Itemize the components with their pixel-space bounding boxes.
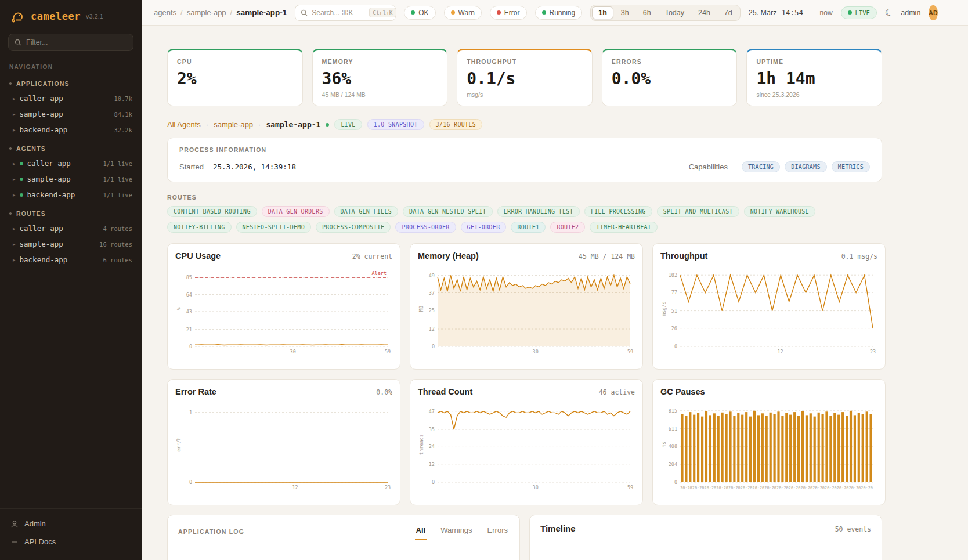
- global-search: Ctrl+K: [295, 5, 396, 21]
- capability-tracing: TRACING: [742, 161, 780, 172]
- sidebar-item-admin[interactable]: Admin: [0, 515, 142, 533]
- route-chip[interactable]: DATA-GEN-ORDERS: [262, 206, 330, 217]
- search-icon: [301, 9, 308, 16]
- sidebar-routes-backend-app[interactable]: ▸ backend-app 6 routes: [0, 252, 142, 268]
- route-chip[interactable]: PROCESS-ORDER: [395, 222, 456, 233]
- tab-all[interactable]: All: [415, 523, 427, 540]
- logo[interactable]: cameleer v3.2.1: [0, 0, 142, 29]
- sidebar-item-api-docs[interactable]: API Docs: [0, 533, 142, 551]
- process-info-title: PROCESS INFORMATION: [179, 146, 870, 153]
- chevron-right-icon: ▸: [13, 176, 16, 182]
- svg-text:12: 12: [292, 485, 298, 490]
- sidebar-routes-caller-app[interactable]: ▸ caller-app 4 routes: [0, 221, 142, 236]
- gc-pauses-card: GC Pauses 0204408611815ms20:2020:2020:20…: [652, 379, 886, 505]
- route-chip[interactable]: DATA-GEN-NESTED-SPLIT: [403, 206, 493, 217]
- range-today[interactable]: Today: [659, 6, 691, 19]
- range-1h[interactable]: 1h: [592, 6, 613, 19]
- stat-label: ERRORS: [612, 58, 728, 65]
- process-info-card: PROCESS INFORMATION Started 25.3.2026, 1…: [167, 138, 882, 182]
- chart-stat: 0.0%: [376, 388, 392, 396]
- live-label: LIVE: [855, 9, 870, 16]
- time-separator: —: [808, 9, 815, 17]
- breadcrumb-agents[interactable]: agents: [154, 8, 176, 17]
- svg-text:30: 30: [533, 349, 539, 355]
- sidebar-app-sample-app[interactable]: ▸ sample-app 84.1k: [0, 106, 142, 122]
- route-chip[interactable]: GET-ORDER: [461, 222, 507, 233]
- route-chip[interactable]: NOTIFY-WAREHOUSE: [744, 206, 815, 217]
- stat-cards-row: CPU 2% MEMORY 36% 45 MB / 124 MB THROUGH…: [167, 49, 882, 106]
- live-dot-icon: [326, 123, 329, 127]
- svg-text:20:2020:2020:2020:2020:2020:20: 20:2020:2020:2020:2020:2020:2020:2020:20…: [680, 486, 873, 490]
- timeline-event-count: 50 events: [835, 525, 871, 533]
- user-name: admin: [901, 9, 920, 17]
- route-chip[interactable]: TIMER-HEARTBEAT: [590, 222, 658, 233]
- live-dot-icon: [20, 178, 23, 181]
- live-dot-icon: [848, 10, 852, 15]
- route-chip[interactable]: SPLIT-AND-MULTICAST: [657, 206, 739, 217]
- avatar[interactable]: AD: [929, 5, 937, 20]
- filter-chip-ok[interactable]: OK: [404, 6, 435, 20]
- chevron-right-icon: ▸: [13, 226, 16, 232]
- gc-pauses-chart: 0204408611815ms20:2020:2020:2020:2020:20…: [660, 400, 877, 492]
- route-chip[interactable]: ROUTE1: [511, 222, 546, 233]
- svg-text:23: 23: [385, 485, 391, 490]
- route-chip[interactable]: ERROR-HANDLING-TEST: [497, 206, 580, 217]
- cpu-usage-chart: 021436485%3059Alert: [175, 264, 392, 356]
- live-dot-icon: [20, 193, 23, 197]
- filter-chip-error[interactable]: Error: [490, 6, 527, 20]
- sidebar-section-applications[interactable]: APPLICATIONS: [0, 73, 142, 91]
- sample-app-link[interactable]: sample-app: [214, 120, 253, 129]
- sidebar-section-routes[interactable]: ROUTES: [0, 203, 142, 221]
- sidebar-agent-caller-app[interactable]: ▸ caller-app 1/1 live: [0, 156, 142, 171]
- sidebar-agent-backend-app[interactable]: ▸ backend-app 1/1 live: [0, 187, 142, 203]
- filter-chip-warn[interactable]: Warn: [444, 6, 482, 20]
- stat-sub: msg/s: [467, 91, 583, 98]
- svg-text:51: 51: [671, 308, 677, 314]
- time-display: 25. März 14:54 — now: [749, 8, 833, 17]
- route-chip[interactable]: ROUTE2: [550, 222, 585, 233]
- sidebar-item-label: backend-app: [20, 125, 68, 134]
- svg-text:47: 47: [429, 409, 435, 414]
- svg-text:0: 0: [432, 344, 435, 349]
- route-chip[interactable]: FILE-PROCESSING: [584, 206, 652, 217]
- sidebar-routes-sample-app[interactable]: ▸ sample-app 16 routes: [0, 236, 142, 252]
- all-agents-link[interactable]: All Agents: [167, 120, 201, 129]
- section-label: APPLICATIONS: [16, 80, 70, 87]
- throughput-chart: 0265177102msg/s1223: [660, 264, 877, 356]
- route-chip[interactable]: NOTIFY-BILLING: [167, 222, 232, 233]
- dark-mode-toggle[interactable]: ☾: [884, 6, 894, 19]
- tab-errors[interactable]: Errors: [486, 523, 509, 540]
- error-rate-chart: 01err/h1223: [175, 400, 392, 492]
- filter-chip-running[interactable]: Running: [535, 6, 583, 20]
- range-3h[interactable]: 3h: [615, 6, 635, 19]
- route-chip[interactable]: CONTENT-BASED-ROUTING: [167, 206, 257, 217]
- stat-value: 2%: [177, 69, 293, 88]
- svg-text:25: 25: [429, 308, 435, 313]
- search-shortcut: Ctrl+K: [369, 8, 396, 17]
- log-tabs: All Warnings Errors: [415, 523, 509, 540]
- sidebar-agent-sample-app[interactable]: ▸ sample-app 1/1 live: [0, 171, 142, 187]
- sidebar-app-caller-app[interactable]: ▸ caller-app 10.7k: [0, 91, 142, 106]
- status-dot-icon: [411, 10, 415, 15]
- route-chip[interactable]: NESTED-SPLIT-DEMO: [236, 222, 311, 233]
- route-chip[interactable]: PROCESS-COMPOSITE: [316, 222, 391, 233]
- svg-text:0: 0: [674, 344, 677, 349]
- range-7d[interactable]: 7d: [718, 6, 739, 19]
- range-6h[interactable]: 6h: [637, 6, 658, 19]
- sidebar-app-backend-app[interactable]: ▸ backend-app 32.2k: [0, 122, 142, 138]
- footer-item-label: API Docs: [24, 537, 56, 546]
- sidebar-section-agents[interactable]: AGENTS: [0, 138, 142, 156]
- search-input[interactable]: [312, 9, 365, 17]
- sidebar-filter-input[interactable]: [26, 38, 127, 46]
- app-root: cameleer v3.2.1 NAVIGATION APPLICATIONS …: [0, 0, 968, 560]
- chevron-right-icon: ▸: [13, 192, 16, 198]
- svg-text:408: 408: [669, 443, 677, 449]
- svg-text:102: 102: [669, 272, 677, 278]
- breadcrumb-sample-app[interactable]: sample-app: [187, 8, 226, 17]
- sidebar-item-meta: 1/1 live: [103, 176, 132, 183]
- thread-count-card: Thread Count 46 active 012243547threads3…: [410, 379, 643, 505]
- range-24h[interactable]: 24h: [692, 6, 717, 19]
- route-chip[interactable]: DATA-GEN-FILES: [334, 206, 399, 217]
- tab-warnings[interactable]: Warnings: [439, 523, 473, 540]
- started-label: Started: [179, 162, 204, 171]
